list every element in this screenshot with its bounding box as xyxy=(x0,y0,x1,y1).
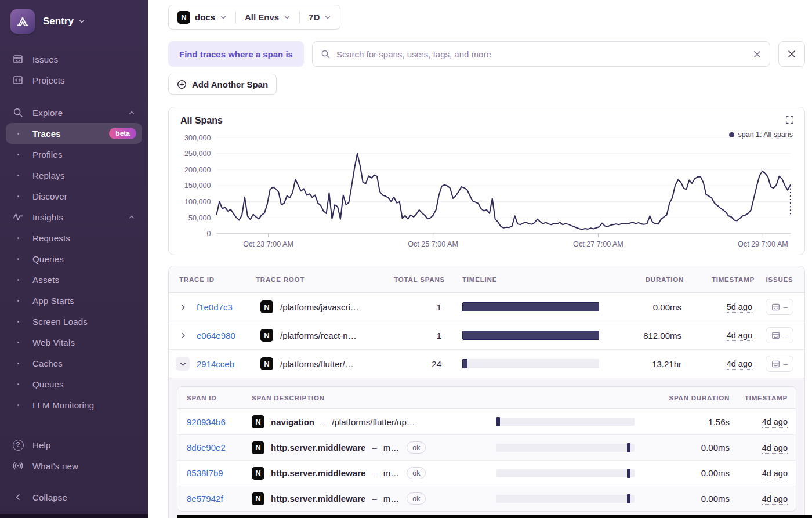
trace-issues-button[interactable]: – xyxy=(766,327,793,343)
date-range-filter[interactable]: 7D xyxy=(300,12,340,22)
sidebar-item-what-s-new[interactable]: What's new xyxy=(0,455,148,476)
chart-title: All Spans xyxy=(180,115,793,126)
sidebar-item-web-vitals[interactable]: Web Vitals xyxy=(0,332,148,353)
span-row-8538f7b9[interactable]: 8538f7b9Nhttp.server.middleware–m…ok0.00… xyxy=(177,460,796,486)
collapse-sidebar-button[interactable]: Collapse xyxy=(0,487,148,508)
svg-text:Oct 27 7:00 AM: Oct 27 7:00 AM xyxy=(573,240,624,248)
trace-timestamp-link[interactable]: 5d ago xyxy=(727,302,752,313)
projects-icon xyxy=(12,75,24,85)
sidebar-item-issues[interactable]: Issues xyxy=(0,49,148,70)
sidebar-item-label: Requests xyxy=(32,233,70,243)
span-operation: http.server.middleware xyxy=(271,468,365,478)
span-table-header: SPAN IDSPAN DESCRIPTIONSPAN DURATIONTIME… xyxy=(177,387,796,409)
trace-row-e064e980[interactable]: e064e980N/platforms/react-n…1812.00ms4d … xyxy=(169,321,804,350)
bullet-icon xyxy=(12,363,24,364)
project-filter[interactable]: N docs xyxy=(169,11,235,24)
span-id-link[interactable]: 920934b6 xyxy=(187,417,252,427)
sidebar-item-label: LLM Monitoring xyxy=(32,400,94,410)
sidebar-item-llm-monitoring[interactable]: LLM Monitoring xyxy=(0,394,148,415)
svg-text:300,000: 300,000 xyxy=(184,134,211,142)
bullet-icon xyxy=(12,258,24,260)
trace-issues-button[interactable]: – xyxy=(766,299,793,315)
app-root: Sentry IssuesProjectsExploreTracesbetaPr… xyxy=(0,0,812,518)
sidebar-item-label: Projects xyxy=(32,75,65,85)
add-span-row: Add Another Span xyxy=(168,74,805,95)
trace-timeline xyxy=(445,302,597,311)
search-icon xyxy=(12,107,24,118)
expand-trace-icon[interactable] xyxy=(176,300,190,314)
span-operation: http.server.middleware xyxy=(271,443,365,452)
bullet-icon xyxy=(12,175,24,176)
span-id-link[interactable]: 8d6e90e2 xyxy=(187,443,252,452)
sidebar-item-queues[interactable]: Queues xyxy=(0,374,148,394)
span-search-input[interactable] xyxy=(336,49,747,59)
sidebar-item-profiles[interactable]: Profiles xyxy=(0,144,148,165)
sidebar-nav: IssuesProjectsExploreTracesbetaProfilesR… xyxy=(0,49,148,415)
sidebar-item-queries[interactable]: Queries xyxy=(0,248,148,269)
trace-duration: 812.00ms xyxy=(597,331,684,340)
trace-id-link[interactable]: f1e0d7c3 xyxy=(191,302,256,312)
span-timeline xyxy=(496,418,643,426)
span-id-link[interactable]: 8e57942f xyxy=(187,494,252,503)
trace-timestamp-link[interactable]: 4d ago xyxy=(727,359,752,370)
sidebar-item-traces[interactable]: Tracesbeta xyxy=(6,123,142,144)
plus-circle-icon xyxy=(177,79,187,89)
find-traces-button[interactable]: Find traces where a span is xyxy=(168,41,304,67)
environment-filter[interactable]: All Envs xyxy=(236,12,299,22)
collapse-label: Collapse xyxy=(32,492,67,502)
span-duration: 0.00ms xyxy=(643,443,730,452)
span-timestamp-link[interactable]: 4d ago xyxy=(762,443,788,454)
svg-text:Oct 23 7:00 AM: Oct 23 7:00 AM xyxy=(243,240,293,248)
chevron-up-icon xyxy=(128,213,135,220)
nextjs-project-icon: N xyxy=(260,300,273,313)
timeline-bar xyxy=(462,359,467,368)
trace-id-link[interactable]: 2914cceb xyxy=(191,359,256,369)
span-timeline-track xyxy=(496,469,635,477)
trace-timeline xyxy=(445,359,597,368)
sidebar-item-assets[interactable]: Assets xyxy=(0,269,148,290)
trace-id-link[interactable]: e064e980 xyxy=(191,331,256,340)
sidebar-item-insights[interactable]: Insights xyxy=(0,207,148,227)
sidebar-item-caches[interactable]: Caches xyxy=(0,353,148,374)
span-row-8d6e90e2[interactable]: 8d6e90e2Nhttp.server.middleware–m…ok0.00… xyxy=(177,434,796,460)
add-another-span-label: Add Another Span xyxy=(192,79,268,89)
span-row-8e57942f[interactable]: 8e57942fNhttp.server.middleware–m…ok0.00… xyxy=(177,486,796,511)
add-another-span-button[interactable]: Add Another Span xyxy=(168,74,277,95)
trace-row-f1e0d7c3[interactable]: f1e0d7c3N/platforms/javascri…10.00ms5d a… xyxy=(169,293,804,321)
span-id-link[interactable]: 8538f7b9 xyxy=(187,468,252,478)
sidebar-item-label: Caches xyxy=(32,358,63,368)
expand-trace-icon[interactable] xyxy=(176,328,190,342)
span-table-card: SPAN IDSPAN DESCRIPTIONSPAN DURATIONTIME… xyxy=(177,386,796,512)
sidebar-item-help[interactable]: ?Help xyxy=(0,434,148,455)
sidebar-item-projects[interactable]: Projects xyxy=(0,70,148,90)
remove-span-condition-button[interactable] xyxy=(778,41,805,67)
span-timestamp-link[interactable]: 4d ago xyxy=(762,494,788,505)
expanded-trace-panel: SPAN IDSPAN DESCRIPTIONSPAN DURATIONTIME… xyxy=(169,378,804,518)
trace-issues-button[interactable]: – xyxy=(766,356,793,372)
sidebar-item-discover[interactable]: Discover xyxy=(0,186,148,207)
sidebar-item-label: App Starts xyxy=(32,296,74,306)
sidebar-item-requests[interactable]: Requests xyxy=(0,227,148,248)
org-switcher[interactable]: Sentry xyxy=(0,0,148,49)
nextjs-project-icon: N xyxy=(177,11,190,24)
timeline-bar xyxy=(462,302,599,311)
collapse-trace-icon[interactable] xyxy=(176,357,190,371)
trace-timestamp-link[interactable]: 4d ago xyxy=(727,331,752,341)
sidebar-item-screen-loads[interactable]: Screen Loads xyxy=(0,311,148,332)
svg-text:200,000: 200,000 xyxy=(184,166,211,174)
sidebar-item-replays[interactable]: Replays xyxy=(0,165,148,186)
clear-search-icon[interactable] xyxy=(753,50,762,59)
span-timeline-tick xyxy=(627,443,630,452)
span-row-920934b6[interactable]: 920934b6Nnavigation–/platforms/flutter/u… xyxy=(177,409,796,434)
span-timestamp-link[interactable]: 4d ago xyxy=(762,469,788,479)
svg-text:Oct 25 7:00 AM: Oct 25 7:00 AM xyxy=(408,240,458,248)
span-status-badge: ok xyxy=(407,467,426,479)
expand-chart-icon[interactable] xyxy=(785,115,794,126)
trace-row-2914cceb[interactable]: 2914ccebN/platforms/flutter/…2413.21hr4d… xyxy=(169,350,804,378)
span-separator: – xyxy=(372,468,376,478)
sidebar-item-explore[interactable]: Explore xyxy=(0,102,148,123)
span-duration: 0.00ms xyxy=(643,494,730,503)
sidebar-item-app-starts[interactable]: App Starts xyxy=(0,290,148,311)
span-timestamp-link[interactable]: 4d ago xyxy=(762,417,788,428)
nextjs-project-icon: N xyxy=(252,441,264,454)
